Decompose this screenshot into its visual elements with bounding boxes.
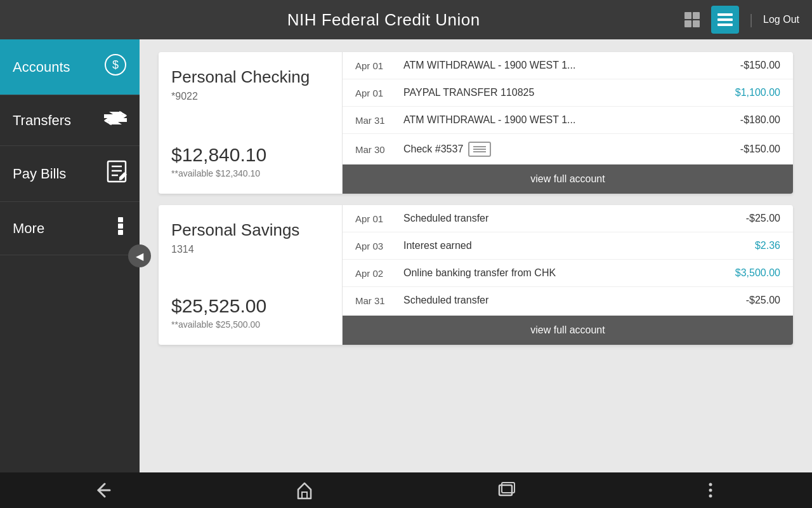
sidebar-more-label: More xyxy=(13,220,44,237)
txn-description: ATM WITHDRAWAL - 1900 WEST 1... xyxy=(403,114,713,126)
txn-amount: -$150.00 xyxy=(723,144,780,155)
savings-available: **available $25,500.00 xyxy=(171,319,329,330)
txn-amount: -$25.00 xyxy=(723,213,780,224)
sidebar-transfers-label: Transfers xyxy=(13,112,71,129)
savings-summary: Personal Savings 1314 $25,525.00 **avail… xyxy=(159,205,343,345)
check-image-icon xyxy=(468,142,491,157)
txn-amount: $3,500.00 xyxy=(723,267,780,279)
txn-description: Scheduled transfer xyxy=(403,295,713,306)
txn-description: Check #3537 xyxy=(403,142,713,157)
svg-rect-4 xyxy=(717,13,733,16)
savings-view-full-button[interactable]: view full account xyxy=(343,316,793,345)
svg-point-23 xyxy=(709,489,712,492)
svg-point-24 xyxy=(709,495,712,498)
svg-rect-5 xyxy=(717,18,733,21)
svg-text:$: $ xyxy=(112,58,119,71)
txn-date: Mar 31 xyxy=(355,295,393,306)
txn-date: Apr 01 xyxy=(355,213,393,224)
txn-description: Interest earned xyxy=(403,240,713,251)
divider: | xyxy=(749,11,753,28)
svg-rect-0 xyxy=(684,12,691,19)
table-row: Mar 30 Check #3537 -$150.00 xyxy=(343,134,793,164)
svg-rect-16 xyxy=(118,224,123,229)
savings-balance: $25,525.00 xyxy=(171,295,329,317)
svg-rect-19 xyxy=(302,492,307,498)
transfer-icon xyxy=(104,109,127,131)
savings-number: 1314 xyxy=(171,244,329,255)
txn-amount: $1,100.00 xyxy=(723,87,780,98)
txn-date: Apr 01 xyxy=(355,60,393,71)
table-row: Mar 31 ATM WITHDRAWAL - 1900 WEST 1... -… xyxy=(343,107,793,134)
checking-transactions: Apr 01 ATM WITHDRAWAL - 1900 WEST 1... -… xyxy=(343,52,793,194)
txn-description: Online banking transfer from CHK xyxy=(403,267,713,279)
svg-rect-15 xyxy=(118,217,123,222)
table-row: Apr 02 Online banking transfer from CHK … xyxy=(343,260,793,287)
sidebar-paybills-label: Pay Bills xyxy=(13,166,66,182)
sidebar-collapse-button[interactable]: ◀ xyxy=(128,244,151,267)
savings-transaction-list: Apr 01 Scheduled transfer -$25.00 Apr 03… xyxy=(343,205,793,316)
checking-number: *9022 xyxy=(171,91,329,102)
checking-available: **available $12,340.10 xyxy=(171,168,329,178)
txn-description: ATM WITHDRAWAL - 1900 WEST 1... xyxy=(403,60,713,71)
svg-rect-17 xyxy=(118,230,123,235)
overflow-menu-button[interactable] xyxy=(701,481,720,500)
sidebar-item-accounts[interactable]: Accounts $ xyxy=(0,39,140,95)
txn-date: Mar 30 xyxy=(355,144,393,155)
txn-date: Apr 02 xyxy=(355,268,393,279)
app-title: NIH Federal Credit Union xyxy=(89,10,678,30)
sidebar-item-paybills[interactable]: Pay Bills xyxy=(0,146,140,202)
table-row: Apr 01 Scheduled transfer -$25.00 xyxy=(343,205,793,232)
back-button[interactable] xyxy=(92,481,111,500)
grid-view-button[interactable] xyxy=(678,6,706,34)
svg-point-22 xyxy=(709,483,712,486)
txn-date: Apr 03 xyxy=(355,241,393,251)
top-bar: NIH Federal Credit Union | Log Out xyxy=(0,0,812,39)
bottom-bar xyxy=(0,472,812,508)
sidebar-accounts-label: Accounts xyxy=(13,59,70,76)
checking-balance: $12,840.10 xyxy=(171,144,329,166)
table-row: Apr 03 Interest earned $2.36 xyxy=(343,232,793,260)
more-icon xyxy=(114,216,127,241)
list-view-button[interactable] xyxy=(711,6,739,34)
svg-rect-2 xyxy=(684,20,691,27)
txn-amount: -$25.00 xyxy=(723,295,780,306)
home-button[interactable] xyxy=(295,481,314,500)
recent-apps-button[interactable] xyxy=(498,481,517,500)
dollar-icon: $ xyxy=(104,53,127,81)
txn-amount: $2.36 xyxy=(723,240,780,251)
logout-button[interactable]: Log Out xyxy=(763,14,799,25)
checking-transaction-list: Apr 01 ATM WITHDRAWAL - 1900 WEST 1... -… xyxy=(343,52,793,164)
content-area: Personal Checking *9022 $12,840.10 **ava… xyxy=(140,39,812,472)
savings-name: Personal Savings xyxy=(171,220,329,240)
sidebar-item-more[interactable]: More xyxy=(0,202,140,255)
view-controls: | Log Out xyxy=(678,6,799,34)
svg-rect-6 xyxy=(717,23,733,26)
checking-view-full-button[interactable]: view full account xyxy=(343,164,793,194)
txn-amount: -$180.00 xyxy=(723,114,780,126)
txn-date: Mar 31 xyxy=(355,115,393,126)
checking-summary: Personal Checking *9022 $12,840.10 **ava… xyxy=(159,52,343,194)
txn-date: Apr 01 xyxy=(355,88,393,98)
table-row: Apr 01 PAYPAL TRANSFER 110825 $1,100.00 xyxy=(343,79,793,107)
savings-account-card: Personal Savings 1314 $25,525.00 **avail… xyxy=(159,205,793,345)
txn-description: Scheduled transfer xyxy=(403,213,713,224)
svg-rect-1 xyxy=(693,12,700,19)
savings-transactions: Apr 01 Scheduled transfer -$25.00 Apr 03… xyxy=(343,205,793,345)
txn-amount: -$150.00 xyxy=(723,60,780,71)
table-row: Mar 31 Scheduled transfer -$25.00 xyxy=(343,287,793,314)
sidebar: Accounts $ Transfers xyxy=(0,39,140,472)
txn-description: PAYPAL TRANSFER 110825 xyxy=(403,87,713,98)
main-area: Accounts $ Transfers xyxy=(0,39,812,472)
bills-icon xyxy=(107,160,127,187)
checking-account-card: Personal Checking *9022 $12,840.10 **ava… xyxy=(159,52,793,194)
sidebar-item-transfers[interactable]: Transfers xyxy=(0,95,140,146)
table-row: Apr 01 ATM WITHDRAWAL - 1900 WEST 1... -… xyxy=(343,52,793,79)
checking-name: Personal Checking xyxy=(171,67,329,87)
svg-rect-3 xyxy=(693,20,700,27)
